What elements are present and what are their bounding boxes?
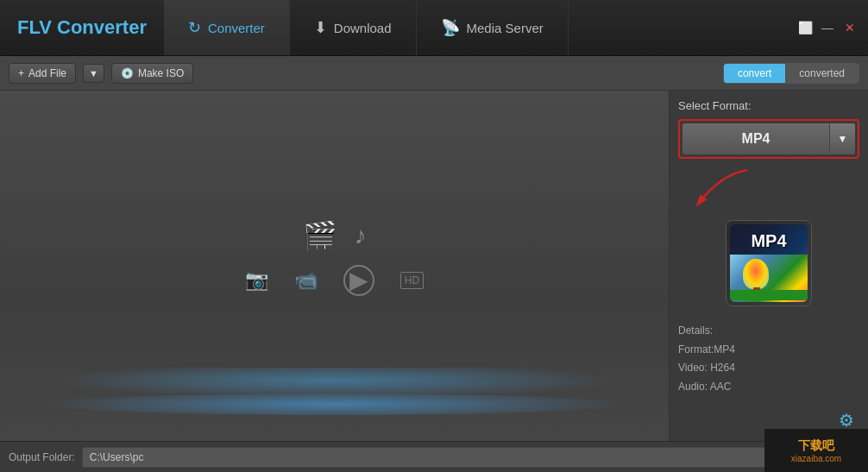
- film-icon: 🎬: [303, 219, 337, 252]
- watermark-line2: xiazaiba.com: [791, 454, 841, 463]
- icons-row-top: 🎬 ♪: [303, 219, 367, 252]
- red-arrow-svg: [687, 166, 756, 209]
- glow-bar: [0, 368, 669, 393]
- nav-tab-converter[interactable]: ↻ Converter: [164, 0, 290, 55]
- mp4-icon-image: MP4: [730, 224, 808, 302]
- nav-tabs: ↻ Converter ⬇ Download 📡 Media Server: [164, 0, 787, 55]
- mp4-icon-text: MP4: [751, 231, 786, 251]
- video-icon: 📹: [294, 269, 318, 292]
- watermark-content: 下载吧 xiazaiba.com: [791, 438, 841, 463]
- details-format: Format:MP4: [678, 341, 859, 360]
- nav-tab-mediaserver[interactable]: 📡 Media Server: [417, 0, 569, 55]
- format-dropdown[interactable]: MP4 ▼: [682, 123, 855, 154]
- output-folder-label: Output Folder:: [9, 451, 75, 463]
- minimize-button[interactable]: —: [820, 21, 835, 35]
- disk-icon: 💿: [121, 67, 134, 79]
- mp4-scene-image: [730, 255, 808, 302]
- drop-area[interactable]: 🎬 ♪ 📷 📹 ▶ HD: [0, 91, 670, 441]
- camera-icon: 📷: [245, 269, 268, 292]
- details-audio: Audio: AAC: [678, 378, 859, 397]
- converter-tab-label: Converter: [208, 21, 265, 35]
- media-icons: 🎬 ♪ 📷 📹 ▶ HD: [245, 219, 424, 296]
- convert-tab-button[interactable]: convert: [724, 64, 785, 83]
- output-path-field[interactable]: C:\Users\pc: [82, 447, 771, 468]
- bottom-bar: Output Folder: C:\Users\pc ... Ope...: [0, 441, 868, 472]
- mediaserver-tab-label: Media Server: [467, 21, 544, 35]
- glow-effect: [43, 393, 626, 415]
- icons-row-bottom: 📷 📹 ▶ HD: [245, 265, 424, 296]
- toolbar: + Add File ▼ 💿 Make ISO convert converte…: [0, 56, 868, 91]
- select-format-label: Select Format:: [678, 99, 859, 112]
- maximize-button[interactable]: ⬜: [797, 21, 813, 35]
- watermark: 下载吧 xiazaiba.com: [764, 429, 868, 472]
- title-bar: FLV Converter ↻ Converter ⬇ Download 📡 M…: [0, 0, 868, 56]
- convert-tab-group: convert converted: [723, 63, 859, 84]
- converted-tab-button[interactable]: converted: [785, 64, 859, 83]
- app-name-prefix: FLV: [17, 16, 57, 38]
- play-icon: ▶: [343, 265, 374, 296]
- app-title: FLV Converter: [0, 16, 164, 39]
- app-name-colored: Converter: [57, 16, 147, 38]
- hd-icon: HD: [400, 272, 424, 289]
- mp4-icon-container: MP4: [678, 216, 859, 311]
- mp4-format-icon: MP4: [726, 220, 812, 306]
- details-section: Details: Format:MP4 Video: H264 Audio: A…: [678, 318, 859, 400]
- details-video: Video: H264: [678, 359, 859, 378]
- add-file-dropdown-button[interactable]: ▼: [83, 64, 104, 83]
- arrow-annotation: [678, 166, 859, 209]
- main-content: 🎬 ♪ 📷 📹 ▶ HD Select Format: MP4 ▼: [0, 91, 868, 441]
- mediaserver-icon: 📡: [441, 18, 460, 37]
- add-file-button[interactable]: + Add File: [9, 63, 76, 84]
- music-icon: ♪: [355, 222, 367, 249]
- watermark-line1: 下载吧: [791, 438, 841, 454]
- close-button[interactable]: ✕: [842, 21, 858, 35]
- nav-tab-download[interactable]: ⬇ Download: [290, 0, 417, 55]
- right-panel: Select Format: MP4 ▼ MP4: [670, 91, 868, 441]
- make-iso-label: Make ISO: [138, 67, 184, 79]
- download-tab-label: Download: [334, 21, 392, 35]
- download-icon: ⬇: [314, 18, 327, 37]
- format-dropdown-arrow[interactable]: ▼: [829, 123, 855, 154]
- format-dropdown-wrapper: MP4 ▼: [678, 119, 859, 159]
- make-iso-button[interactable]: 💿 Make ISO: [111, 63, 193, 84]
- add-file-label: Add File: [28, 67, 66, 79]
- format-value-label: MP4: [682, 131, 829, 147]
- window-controls: ⬜ — ✕: [787, 21, 868, 35]
- details-title: Details:: [678, 322, 859, 341]
- add-file-icon: +: [18, 67, 24, 79]
- converter-icon: ↻: [188, 18, 201, 37]
